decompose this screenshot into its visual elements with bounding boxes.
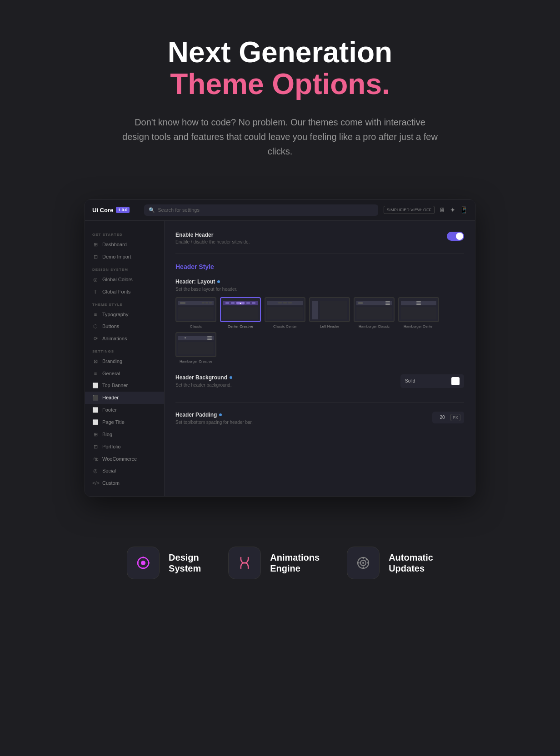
sidebar-item-portfolio[interactable]: ⊡ Portfolio	[85, 441, 164, 453]
animations-engine-icon-box	[228, 547, 261, 579]
hero-title-white: Next Generation	[168, 36, 392, 69]
sidebar-item-label: General	[102, 371, 120, 376]
sidebar-item-label: Page Title	[102, 419, 125, 425]
color-swatch[interactable]	[451, 377, 460, 385]
sidebar-item-header[interactable]: ⬛ Header	[85, 392, 164, 404]
search-placeholder: Search for settings	[158, 207, 200, 213]
woo-icon: 🛍	[92, 456, 99, 462]
sidebar-item-footer[interactable]: ⬜ Footer	[85, 404, 164, 416]
sidebar-item-blog[interactable]: ⊞ Blog	[85, 428, 164, 441]
sidebar-item-social[interactable]: ◎ Social	[85, 465, 164, 477]
settings-icon[interactable]: ✦	[450, 206, 455, 214]
header-style-title: Header Style	[175, 263, 464, 270]
enable-header-info: Enable Header Enable / disable the heade…	[175, 232, 250, 244]
layout-thumb-classic[interactable]	[175, 297, 216, 322]
logo-text: Ui Core	[92, 207, 113, 214]
colors-icon: ◎	[92, 277, 99, 283]
layout-thumb-hamburger-center[interactable]	[398, 297, 439, 322]
enable-header-toggle[interactable]	[447, 232, 464, 241]
hero-section: Next Generation Theme Options. Don't kno…	[0, 0, 560, 177]
layout-hamburger-creative-label: Hamburger Creative	[180, 359, 212, 363]
header-background-row: Header Background Set the header backgro…	[175, 374, 464, 403]
layout-thumb-left-header[interactable]	[309, 297, 350, 322]
sidebar-item-general[interactable]: ≡ General	[85, 368, 164, 379]
sidebar-item-label: Global Colors	[102, 277, 133, 282]
background-label: Header Background	[175, 374, 232, 381]
enable-header-desc: Enable / disable the header sitewide.	[175, 239, 250, 244]
features-section: Design System Animations Engine	[0, 519, 560, 607]
sidebar-item-label: Blog	[102, 432, 112, 437]
toggle-thumb	[456, 233, 463, 240]
layout-label: Header: Layout	[175, 279, 464, 285]
sidebar-item-global-colors[interactable]: ◎ Global Colors	[85, 274, 164, 286]
sidebar-item-custom[interactable]: </> Custom	[85, 477, 164, 489]
header-padding-info: Header Padding Set top/bottom spacing fo…	[175, 412, 253, 430]
section-label-theme-style: THEME STYLE	[85, 298, 164, 308]
layout-option-center-creative[interactable]: ▲ Center Creative	[220, 297, 261, 328]
app-screenshot: Ui Core 1.0.0 🔍 Search for settings SIMP…	[85, 199, 475, 497]
sidebar-item-branding[interactable]: ⊠ Branding	[85, 355, 164, 368]
layout-center-creative-label: Center Creative	[228, 324, 253, 328]
feature-design-system: Design System	[127, 547, 201, 579]
app-search-bar[interactable]: 🔍 Search for settings	[144, 204, 378, 216]
blue-dot-indicator	[217, 280, 220, 283]
section-label-design-system: DESIGN SYSTEM	[85, 263, 164, 274]
sidebar-item-buttons[interactable]: ⬡ Buttons	[85, 320, 164, 333]
feature-animations-engine: Animations Engine	[228, 547, 320, 579]
enable-header-label: Enable Header	[175, 232, 250, 238]
sidebar-item-global-fonts[interactable]: 𝕋 Global Fonts	[85, 286, 164, 298]
monitor-icon[interactable]: 🖥	[439, 206, 445, 214]
layout-option-hamburger-classic[interactable]: Hamburger Classic	[354, 297, 395, 328]
page-title-icon: ⬜	[92, 419, 99, 425]
animations-icon: ⟳	[92, 336, 99, 342]
background-dropdown[interactable]: Solid	[400, 374, 464, 388]
sidebar-item-label: Top Banner	[102, 383, 128, 388]
sidebar-item-woocommerce[interactable]: 🛍 WooCommerce	[85, 453, 164, 465]
layout-option-hamburger-center[interactable]: Hamburger Center	[398, 297, 439, 328]
sidebar-item-animations[interactable]: ⟳ Animations	[85, 333, 164, 345]
layout-thumb-hamburger-creative[interactable]	[175, 332, 216, 357]
header-icon: ⬛	[92, 395, 99, 401]
sidebar-item-page-title[interactable]: ⬜ Page Title	[85, 416, 164, 428]
layout-option-hamburger-creative[interactable]: Hamburger Creative	[175, 332, 216, 363]
sidebar-item-label: Demo Import	[102, 254, 131, 259]
hero-title-pink: Theme Options.	[170, 68, 390, 100]
animations-engine-text: Animations Engine	[270, 552, 320, 574]
sidebar-item-label: Custom	[102, 480, 120, 486]
design-system-title-line2: System	[169, 563, 201, 574]
svg-point-3	[142, 567, 144, 569]
sidebar-item-typography[interactable]: ≡ Typography	[85, 308, 164, 320]
animations-title-line1: Animations	[270, 552, 320, 563]
layout-thumb-classic-center[interactable]	[265, 297, 305, 322]
simplified-view-toggle[interactable]: SIMPLIFIED VIEW: OFF	[384, 206, 435, 214]
sidebar-item-demo-import[interactable]: ⊡ Demo Import	[85, 251, 164, 263]
layout-thumb-hamburger-classic[interactable]	[354, 297, 395, 322]
layout-classic-center-label: Classic Center	[273, 324, 297, 328]
automatic-updates-text: Automatic Updates	[389, 552, 433, 574]
search-icon: 🔍	[149, 207, 155, 213]
layout-option-left-header[interactable]: Left Header	[309, 297, 350, 328]
svg-point-1	[141, 561, 145, 565]
dashboard-icon: ⊞	[92, 242, 99, 248]
layout-option-classic-center[interactable]: Classic Center	[265, 297, 305, 328]
layout-option-classic[interactable]: Classic	[175, 297, 216, 328]
design-system-title-line1: Design	[169, 552, 201, 563]
sidebar-item-label: Buttons	[102, 323, 119, 329]
mobile-icon[interactable]: 📱	[460, 206, 468, 214]
general-icon: ≡	[92, 371, 99, 376]
padding-value[interactable]: 20	[436, 415, 449, 420]
sidebar-item-label: Animations	[102, 336, 127, 341]
section-label-get-started: GET STARTED	[85, 228, 164, 239]
topbar-right: SIMPLIFIED VIEW: OFF 🖥 ✦ 📱	[384, 206, 468, 214]
sidebar-item-top-banner[interactable]: ⬜ Top Banner	[85, 379, 164, 392]
padding-unit[interactable]: PX	[450, 414, 460, 421]
layout-thumb-center-creative[interactable]: ▲	[220, 297, 261, 322]
layout-desc: Set the base layout for header.	[175, 287, 464, 292]
padding-label: Header Padding	[175, 412, 253, 418]
sidebar-item-label: Typography	[102, 312, 128, 317]
main-content: Enable Header Enable / disable the heade…	[165, 221, 475, 496]
hero-title-line2: Theme Options.	[18, 68, 542, 100]
blue-dot-padding	[219, 413, 222, 416]
padding-control[interactable]: 20 PX	[432, 412, 464, 423]
sidebar-item-dashboard[interactable]: ⊞ Dashboard	[85, 239, 164, 251]
